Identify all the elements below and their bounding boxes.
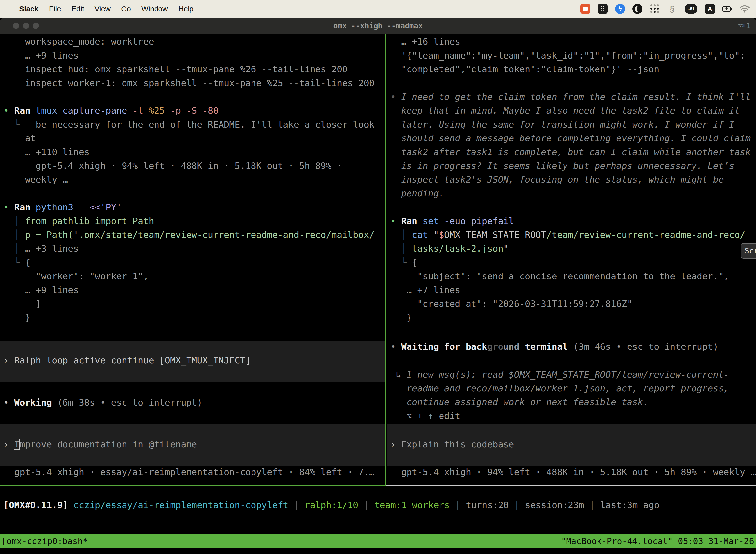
terminal-text-segment: … +16 lines xyxy=(390,37,460,47)
left-pane[interactable]: workspace_mode: worktree … +9 lines insp… xyxy=(0,0,385,554)
terminal-text-segment: › xyxy=(390,439,401,449)
left-pane-bottom-border xyxy=(0,486,385,487)
terminal-text-segment: und xyxy=(503,341,519,352)
terminal-line: gpt-5.4 xhigh · 94% left · 488K in · 5.1… xyxy=(3,159,342,173)
prompt-input-left[interactable]: › Improve documentation in @filename xyxy=(3,437,197,451)
terminal-text-segment: │ xyxy=(3,243,25,254)
terminal-text-segment: %25 xyxy=(148,106,170,116)
terminal-text-segment: • xyxy=(390,216,401,226)
terminal-text-segment: Explain this codebase xyxy=(401,439,514,449)
terminal-text-segment: (3m 46s • esc to interrupt) xyxy=(573,341,718,352)
terminal-text-segment: I need to get the claim token from the c… xyxy=(401,92,751,102)
terminal-line: later. Using the same for transition mig… xyxy=(390,118,735,131)
terminal-text-segment: python3 xyxy=(36,202,79,212)
terminal-text-segment: "worker": "worker-1", xyxy=(3,271,148,281)
terminal-text-segment: • xyxy=(390,92,401,102)
terminal-line: at xyxy=(3,131,36,145)
pane-divider[interactable] xyxy=(385,34,386,486)
terminal-line: inspect_worker-1: omx sparkshell --tmux-… xyxy=(3,76,375,90)
terminal-line: • I need to get the claim token from the… xyxy=(390,90,751,104)
terminal-line: pending. xyxy=(390,186,444,200)
pane-status-left: gpt-5.4 xhigh · essay/ai-reimplementatio… xyxy=(3,465,375,479)
terminal-text-segment: from pathlib import Path xyxy=(25,216,154,226)
terminal-text-segment: be necessary for the end of the README. … xyxy=(36,119,374,129)
terminal-text-segment: should send a message before completing … xyxy=(390,133,751,143)
terminal-text-segment: keep that in mind. Maybe I also need the… xyxy=(390,106,740,116)
terminal-line: │ from pathlib import Path xyxy=(3,214,154,228)
ralph-loop-notice: › Ralph loop active continue [OMX_TMUX_I… xyxy=(3,353,251,367)
terminal-text-segment: … +3 lines xyxy=(25,243,79,254)
terminal-line: • Ran tmux capture-pane -t %25 -p -S -80 xyxy=(3,104,218,118)
terminal-line: • Ran set -euo pipefail xyxy=(390,214,514,228)
terminal-text-segment: Ran xyxy=(14,202,36,212)
terminal-text-segment: Ran xyxy=(401,216,423,226)
terminal-line: └ be necessary for the end of the README… xyxy=(3,118,375,131)
terminal-text-segment: gpt-5.4 xhigh · 94% left · 488K in · 5.1… xyxy=(3,161,342,171)
omx-status-line: [OMX#0.11.9] cczip/essay/ai-reimplementa… xyxy=(3,498,659,512)
terminal-text-segment: ralph:1/10 xyxy=(305,500,359,510)
terminal-line: ↳ 1 new msg(s): read $OMX_TEAM_STATE_ROO… xyxy=(390,368,729,382)
terminal-text-segment: "created_at": "2026-03-31T11:59:27.816Z" xyxy=(390,298,632,309)
terminal-line: weekly … xyxy=(3,173,68,187)
terminal-text-segment: • xyxy=(3,397,14,407)
terminal-text-segment: • xyxy=(3,106,14,116)
terminal-text-segment: › xyxy=(3,439,14,449)
terminal-line: '{"team_name":"my-team","task_id":"1","f… xyxy=(390,49,745,63)
terminal-text-segment: p = Path('.omx/state/team/review-current… xyxy=(25,230,375,240)
terminal-line: inspect task2's JSON, focusing on the st… xyxy=(390,173,724,187)
terminal-line: └ { xyxy=(3,256,30,270)
terminal-text-segment: gpt-5.4 xhigh · essay/ai-reimplementatio… xyxy=(3,467,375,477)
terminal-text-segment: " xyxy=(433,230,439,240)
terminal-line: … +9 lines xyxy=(3,283,79,297)
screen: Slack File Edit View Go Window Help ⠿ ϟ … xyxy=(0,0,756,554)
terminal-text-segment: ⌥ + ↑ edit xyxy=(390,411,460,421)
terminal-text-segment: "completed","claim_token":"claim-token"}… xyxy=(390,64,659,74)
tmux-status-bar: [omx-cczip0:bash* "MacBook-Pro-44.local"… xyxy=(0,535,756,548)
terminal-text-segment: └ xyxy=(3,258,25,268)
terminal-text-segment: ↳ xyxy=(390,369,406,380)
tmux-session-label[interactable]: [omx-cczip0:bash* xyxy=(1,535,88,548)
right-pane[interactable]: … +16 lines '{"team_name":"my-team","tas… xyxy=(387,0,756,554)
terminal-text-segment: readme-and-reco/mailbox/worker-1.json, a… xyxy=(390,383,729,393)
terminal-text-segment: │ xyxy=(3,230,25,240)
terminal-text-segment: session:23m xyxy=(525,500,584,510)
terminal-text-segment: set xyxy=(423,216,444,226)
terminal-text-segment: cat xyxy=(412,230,434,240)
terminal-line: ] xyxy=(3,297,41,311)
terminal-text-segment: weekly … xyxy=(3,174,68,185)
terminal-text-segment: • xyxy=(3,202,14,212)
screen-tooltip: Scre xyxy=(741,243,756,259)
terminal-text-segment: gro xyxy=(487,341,503,352)
right-pane-bottom-border xyxy=(386,486,756,487)
edit-hint: ⌥ + ↑ edit xyxy=(390,409,460,423)
terminal-text-segment: workspace_mode: worktree xyxy=(3,37,154,47)
terminal-text-segment: tmux xyxy=(36,106,63,116)
terminal-text-segment: └ xyxy=(390,258,412,268)
terminal-text-segment: last:3m ago xyxy=(600,500,659,510)
terminal-text-segment: at xyxy=(3,133,36,143)
terminal-line: … +110 lines xyxy=(3,145,89,159)
prompt-input-right[interactable]: › Explain this codebase xyxy=(390,437,514,451)
terminal-text-segment: └ xyxy=(3,119,36,129)
terminal-text-segment: │ xyxy=(390,243,412,254)
terminal-text-segment: { xyxy=(412,258,418,268)
terminal-text-segment: cczip/essay/ai-reimplementation-copyleft xyxy=(73,500,289,510)
terminal-text-segment: pending. xyxy=(390,188,444,198)
working-status: • Working (6m 38s • esc to interrupt) xyxy=(3,396,202,409)
terminal-text-segment: … +7 lines xyxy=(390,285,460,295)
terminal-text-segment: terminal xyxy=(519,341,573,352)
terminal-text-segment: inspect_hud: omx sparkshell --tmux-pane … xyxy=(3,64,348,74)
terminal-line: "worker": "worker-1", xyxy=(3,269,148,283)
terminal-text-segment: … +9 lines xyxy=(3,50,79,61)
terminal-line: inspect_hud: omx sparkshell --tmux-pane … xyxy=(3,62,348,76)
text-cursor: I xyxy=(14,439,19,449)
terminal-text-segment: | xyxy=(450,500,466,510)
terminal-text-segment: Waiting for back xyxy=(401,341,487,352)
terminal-text-segment: task2 after task1 is complete, but can I… xyxy=(390,147,751,157)
terminal-text-segment: | xyxy=(359,500,375,510)
terminal-text-segment: '{"team_name":"my-team","task_id":"1","f… xyxy=(390,50,745,61)
terminal-line: │ tasks/task-2.json" xyxy=(390,242,509,256)
terminal-text-segment: " xyxy=(503,243,509,254)
terminal-text-segment: (6m 38s • esc to interrupt) xyxy=(57,397,202,407)
terminal-text-segment: capture-pane xyxy=(63,106,132,116)
